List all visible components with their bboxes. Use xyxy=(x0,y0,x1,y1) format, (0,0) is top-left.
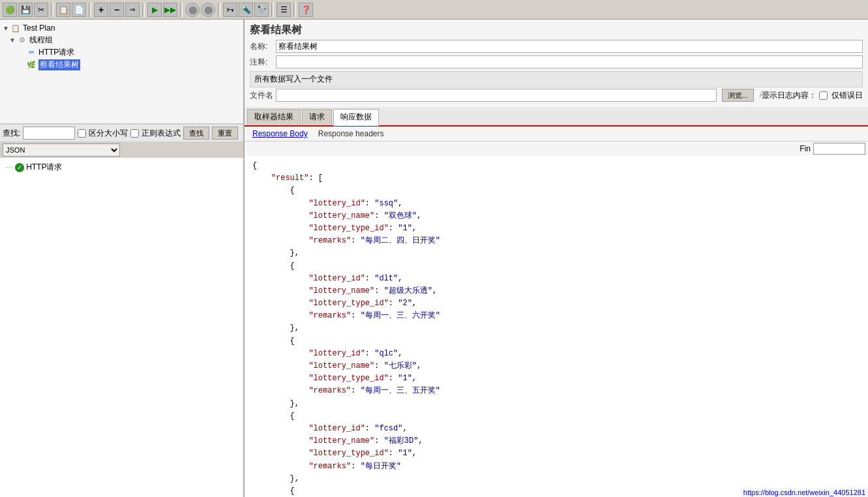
json-open-brace: { xyxy=(252,161,257,170)
tree-arrow: ▼ xyxy=(3,25,10,32)
toolbar-sep-1 xyxy=(51,3,53,17)
icon-cut[interactable]: ✂ xyxy=(34,3,48,17)
watermark: AK . xyxy=(760,89,777,99)
icon-key[interactable]: 🗝 xyxy=(223,3,237,17)
testplan-label: Test Plan xyxy=(23,23,55,33)
sub-tabs-bar: Response Body Response headers xyxy=(245,127,868,142)
httprequest-icon: ✏ xyxy=(26,48,37,58)
icon-green[interactable]: 🟢 xyxy=(3,3,17,17)
icon-stop2[interactable]: ⬤ xyxy=(201,3,215,17)
icon-play2[interactable]: ▶▶ xyxy=(163,3,177,17)
tree-item-httprequest[interactable]: ▶ ✏ HTTP请求 xyxy=(18,46,241,59)
tree-item-testplan[interactable]: ▼ 📋 Test Plan xyxy=(3,22,241,34)
icon-arrow[interactable]: ⇒ xyxy=(125,3,140,17)
toolbar-sep-2 xyxy=(89,3,91,17)
file-row: 所有数据写入一个文件 xyxy=(250,71,863,87)
http-request-node-label: HTTP请求 xyxy=(26,162,62,173)
url-bar: https://blog.csdn.net/weixin_44051281 xyxy=(741,488,868,497)
tree-area: ▼ 📋 Test Plan ▼ ⚙ 线程组 ▶ ✏ HTTP请求 ▶ 🌿 察看结… xyxy=(0,20,243,124)
icon-copy[interactable]: 📋 xyxy=(56,3,70,17)
regex-checkbox[interactable] xyxy=(130,129,139,138)
toolbar-sep-7 xyxy=(293,3,296,17)
display-log-checkbox[interactable] xyxy=(819,91,828,100)
icon-binoculars[interactable]: 🔭 xyxy=(254,3,269,17)
json-content-area: { "result": [ { "lottery_id": "ssq", "lo… xyxy=(245,156,868,497)
comment-input[interactable] xyxy=(276,55,863,68)
icon-minus[interactable]: − xyxy=(110,3,124,17)
threadgroup-icon: ⚙ xyxy=(17,35,27,46)
resulttree-label: 察看结果树 xyxy=(38,59,80,70)
icon-broom[interactable]: 🔦 xyxy=(239,3,253,17)
search-input[interactable] xyxy=(23,127,75,140)
tab-sampler-result[interactable]: 取样器结果 xyxy=(247,109,301,125)
http-request-node[interactable]: ···· ✓ HTTP请求 xyxy=(1,159,242,175)
icon-add[interactable]: + xyxy=(94,3,108,17)
icon-save[interactable]: 💾 xyxy=(18,3,33,17)
threadgroup-label: 线程组 xyxy=(29,35,53,46)
filename-input[interactable] xyxy=(276,89,717,102)
resulttree-icon: 🌿 xyxy=(26,60,37,70)
name-label: 名称: xyxy=(250,41,273,52)
name-input[interactable] xyxy=(276,40,863,53)
tree-item-resulttree[interactable]: ▶ 🌿 察看结果树 xyxy=(18,59,241,71)
tab-response-data[interactable]: 响应数据 xyxy=(333,109,379,126)
httprequest-label: HTTP请求 xyxy=(38,47,74,58)
left-panel: ▼ 📋 Test Plan ▼ ⚙ 线程组 ▶ ✏ HTTP请求 ▶ 🌿 察看结… xyxy=(0,20,245,497)
search-bar: 查找: 区分大小写 正则表达式 查找 重置 xyxy=(0,124,243,142)
find-button[interactable]: 查找 xyxy=(183,127,209,140)
tab-request[interactable]: 请求 xyxy=(302,109,332,125)
success-icon: ✓ xyxy=(15,163,24,172)
name-row: 名称: xyxy=(250,40,863,53)
toolbar-sep-5 xyxy=(218,3,220,17)
tree-item-threadgroup[interactable]: ▼ ⚙ 线程组 xyxy=(9,34,241,46)
find-label: Fin xyxy=(800,144,811,153)
search-label: 查找: xyxy=(3,128,20,139)
comment-label: 注释: xyxy=(250,57,273,68)
file-section-label: 所有数据写入一个文件 xyxy=(254,74,333,85)
find-input[interactable] xyxy=(813,143,865,155)
http-tree: ···· ✓ HTTP请求 xyxy=(0,158,243,497)
browse-button[interactable]: 浏览... xyxy=(722,89,754,102)
toolbar-sep-4 xyxy=(180,3,183,17)
json-dropdown-area: JSON Text XML HTML xyxy=(0,142,243,158)
main-container: ▼ 📋 Test Plan ▼ ⚙ 线程组 ▶ ✏ HTTP请求 ▶ 🌿 察看结… xyxy=(0,20,868,497)
icon-new[interactable]: 📄 xyxy=(72,3,86,17)
filename-label: 文件名 xyxy=(250,90,273,101)
case-sensitive-label: 区分大小写 xyxy=(89,128,128,139)
icon-play[interactable]: ▶ xyxy=(147,3,162,17)
icon-list[interactable]: ☰ xyxy=(277,3,291,17)
right-panel: 察看结果树 名称: 注释: 所有数据写入一个文件 文件名 浏览... 显示日志内… xyxy=(245,20,868,497)
icon-help[interactable]: ❓ xyxy=(299,3,313,17)
json-select[interactable]: JSON Text XML HTML xyxy=(3,143,120,157)
json-key-result: "result" xyxy=(271,173,309,183)
tabs-bar: 取样器结果 请求 响应数据 xyxy=(245,107,868,127)
testplan-icon: 📋 xyxy=(10,23,21,33)
comment-row: 注释: xyxy=(250,55,863,68)
page-title: 察看结果树 xyxy=(250,23,863,37)
toolbar-sep-3 xyxy=(142,3,145,17)
tree-arrow-result: ▶ xyxy=(18,61,26,68)
toolbar: 🟢 💾 ✂ 📋 📄 + − ⇒ ▶ ▶▶ ⬤ ⬤ 🗝 🔦 🔭 ☰ ❓ xyxy=(0,0,868,20)
reset-button[interactable]: 重置 xyxy=(212,127,238,140)
sub-tab-response-headers[interactable]: Response headers xyxy=(313,128,389,140)
error-only-label: 仅错误日 xyxy=(831,90,863,101)
regex-label: 正则表达式 xyxy=(142,128,181,139)
case-sensitive-checkbox[interactable] xyxy=(78,129,86,138)
icon-stop[interactable]: ⬤ xyxy=(185,3,200,17)
find-bar: Fin xyxy=(245,142,868,156)
sub-tab-response-body[interactable]: Response Body xyxy=(247,128,313,140)
tree-arrow-thread: ▼ xyxy=(9,37,17,44)
toolbar-sep-6 xyxy=(271,3,274,17)
tree-arrow-http: ▶ xyxy=(18,49,26,56)
